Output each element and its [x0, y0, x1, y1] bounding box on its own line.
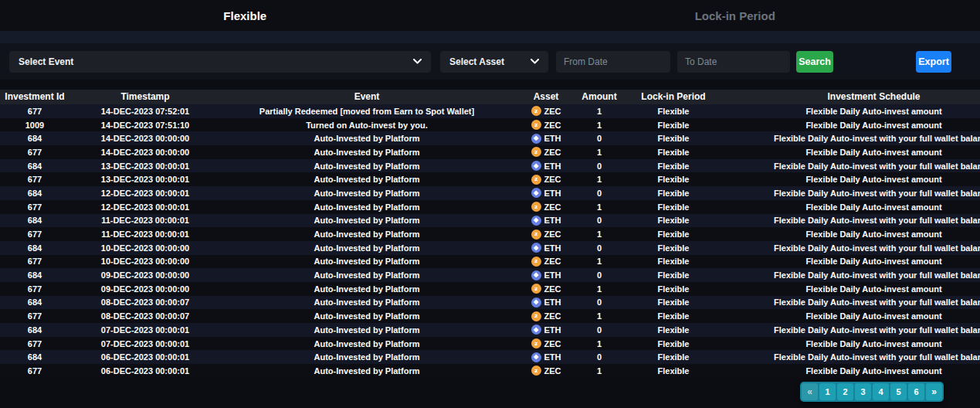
cell-amount: 1	[579, 366, 619, 376]
cell-lock-in-period: Flexible	[619, 148, 727, 157]
pagination-page-1[interactable]: 1	[819, 383, 836, 400]
select-event-dropdown[interactable]: Select Event	[9, 51, 431, 73]
cell-investment-id: 677	[0, 366, 70, 376]
pagination: «123456»	[800, 382, 944, 402]
cell-event: Auto-Invested by Platform	[221, 339, 513, 348]
table-row[interactable]: 684 06-DEC-2023 00:00:01 Auto-Invested b…	[0, 350, 980, 364]
tab-lock-in-period[interactable]: Lock-in Period	[490, 0, 980, 31]
cell-amount: 1	[579, 148, 619, 157]
cell-lock-in-period: Flexible	[619, 298, 727, 307]
pagination-page-5[interactable]: 5	[890, 383, 907, 400]
pagination-page-3[interactable]: 3	[855, 383, 871, 400]
cell-amount: 0	[579, 134, 619, 143]
cell-timestamp: 14-DEC-2023 07:51:10	[70, 121, 221, 130]
asset-ticker: ZEC	[544, 311, 561, 321]
select-event-value: Select Event	[19, 56, 73, 67]
column-header-lock-in-period: Lock-in Period	[619, 90, 727, 104]
cell-lock-in-period: Flexible	[619, 352, 727, 362]
pagination-page-2[interactable]: 2	[837, 383, 853, 400]
cell-lock-in-period: Flexible	[619, 162, 727, 171]
table-row[interactable]: 684 09-DEC-2023 00:00:00 Auto-Invested b…	[0, 268, 980, 282]
cell-asset: ◆ ETH	[513, 352, 579, 362]
cell-investment-schedule: Flexible Daily Auto-invest with your ful…	[727, 243, 980, 253]
cell-amount: 1	[579, 284, 619, 294]
cell-investment-id: 1009	[0, 121, 70, 130]
table-row[interactable]: 677 07-DEC-2023 00:00:01 Auto-Invested b…	[0, 337, 980, 351]
cell-investment-schedule: Flexible Daily Auto-invest amount	[727, 311, 980, 321]
cell-amount: 1	[579, 107, 619, 116]
cell-investment-id: 677	[0, 257, 70, 266]
table-row[interactable]: 684 12-DEC-2023 00:00:01 Auto-Invested b…	[0, 186, 980, 200]
table-row[interactable]: 677 10-DEC-2023 00:00:00 Auto-Invested b…	[0, 255, 980, 269]
cell-amount: 0	[579, 216, 619, 225]
table-row[interactable]: 684 08-DEC-2023 00:00:07 Auto-Invested b…	[0, 296, 980, 310]
cell-investment-id: 677	[0, 230, 70, 239]
cell-investment-schedule: Flexible Daily Auto-invest amount	[727, 175, 980, 184]
asset-ticker: ZEC	[544, 175, 561, 184]
cell-lock-in-period: Flexible	[619, 366, 727, 376]
chevron-down-icon	[413, 59, 422, 64]
to-date-input[interactable]	[677, 51, 790, 73]
cell-asset: ◆ ETH	[513, 161, 579, 171]
table-row[interactable]: 677 12-DEC-2023 00:00:01 Auto-Invested b…	[0, 200, 980, 214]
asset-ticker: ZEC	[544, 148, 561, 157]
cell-event: Auto-Invested by Platform	[221, 148, 513, 157]
cell-amount: 0	[579, 352, 619, 362]
cell-investment-schedule: Flexible Daily Auto-invest with your ful…	[727, 162, 980, 171]
table-row[interactable]: 1009 14-DEC-2023 07:51:10 Turned on Auto…	[0, 118, 980, 132]
cell-lock-in-period: Flexible	[619, 230, 727, 239]
table-row[interactable]: 677 09-DEC-2023 00:00:00 Auto-Invested b…	[0, 282, 980, 296]
table-row[interactable]: 684 10-DEC-2023 00:00:00 Auto-Invested b…	[0, 241, 980, 255]
cell-investment-schedule: Flexible Daily Auto-invest amount	[727, 366, 980, 376]
table-row[interactable]: 684 11-DEC-2023 00:00:01 Auto-Invested b…	[0, 214, 980, 228]
cell-lock-in-period: Flexible	[619, 243, 727, 253]
cell-amount: 0	[579, 189, 619, 198]
pagination-next-button[interactable]: »	[926, 383, 942, 400]
pagination-page-6[interactable]: 6	[908, 383, 924, 400]
cell-asset: ◆ ETH	[513, 243, 579, 253]
search-button[interactable]: Search	[796, 51, 833, 73]
asset-coin-icon: ƶ	[531, 311, 541, 321]
table-row[interactable]: 677 14-DEC-2023 07:52:01 Partially Redee…	[0, 104, 980, 118]
export-button[interactable]: Export	[916, 51, 951, 73]
cell-lock-in-period: Flexible	[619, 311, 727, 321]
cell-event: Auto-Invested by Platform	[221, 366, 513, 376]
cell-lock-in-period: Flexible	[619, 134, 727, 143]
table-row[interactable]: 684 13-DEC-2023 00:00:01 Auto-Invested b…	[0, 159, 980, 173]
cell-event: Turned on Auto-invest by you.	[221, 121, 513, 130]
cell-event: Auto-Invested by Platform	[221, 284, 513, 294]
cell-timestamp: 09-DEC-2023 00:00:00	[70, 270, 221, 280]
asset-coin-icon: ◆	[531, 134, 541, 144]
cell-asset: ƶ ZEC	[513, 202, 579, 212]
cell-timestamp: 08-DEC-2023 00:00:07	[70, 298, 221, 307]
cell-lock-in-period: Flexible	[619, 107, 727, 116]
asset-ticker: ZEC	[544, 107, 561, 116]
pagination-prev-button[interactable]: «	[802, 383, 818, 400]
pagination-page-4[interactable]: 4	[873, 383, 889, 400]
cell-event: Auto-Invested by Platform	[221, 230, 513, 239]
cell-timestamp: 08-DEC-2023 00:00:07	[70, 311, 221, 321]
column-header-investment-schedule: Investment Schedule	[727, 90, 980, 104]
column-header-amount: Amount	[579, 90, 619, 104]
table-row[interactable]: 677 13-DEC-2023 00:00:01 Auto-Invested b…	[0, 172, 980, 186]
cell-lock-in-period: Flexible	[619, 189, 727, 198]
table-row[interactable]: 684 14-DEC-2023 00:00:00 Auto-Invested b…	[0, 131, 980, 145]
cell-lock-in-period: Flexible	[619, 121, 727, 130]
table-row[interactable]: 677 06-DEC-2023 00:00:01 Auto-Invested b…	[0, 364, 980, 378]
tab-flexible[interactable]: Flexible	[0, 0, 490, 31]
asset-ticker: ETH	[544, 216, 561, 225]
cell-event: Auto-Invested by Platform	[221, 257, 513, 266]
column-header-asset: Asset	[513, 90, 579, 104]
table-row[interactable]: 684 07-DEC-2023 00:00:01 Auto-Invested b…	[0, 323, 980, 337]
investment-history-table: Investment Id Timestamp Event Asset Amou…	[0, 90, 980, 378]
cell-event: Auto-Invested by Platform	[221, 298, 513, 307]
cell-investment-id: 684	[0, 352, 70, 362]
cell-amount: 0	[579, 243, 619, 253]
cell-timestamp: 11-DEC-2023 00:00:01	[70, 216, 221, 225]
from-date-input[interactable]	[556, 51, 670, 73]
table-row[interactable]: 677 11-DEC-2023 00:00:01 Auto-Invested b…	[0, 227, 980, 241]
asset-coin-icon: ƶ	[531, 338, 541, 348]
select-asset-dropdown[interactable]: Select Asset	[440, 51, 548, 73]
table-row[interactable]: 677 08-DEC-2023 00:00:07 Auto-Invested b…	[0, 309, 980, 323]
table-row[interactable]: 677 14-DEC-2023 00:00:00 Auto-Invested b…	[0, 145, 980, 159]
